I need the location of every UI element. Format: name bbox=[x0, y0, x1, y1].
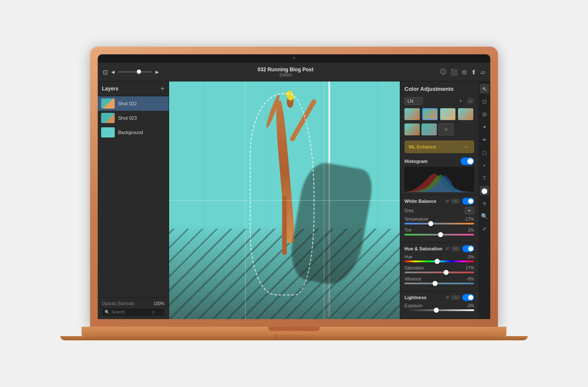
screen: ⊡ ◀ ▶ 032 Running Blog Post Edited ⓘ ⬛ bbox=[98, 63, 490, 319]
lightness-controls: ↺ ML bbox=[445, 294, 474, 301]
ml-enhance-button[interactable]: ML Enhance − bbox=[404, 140, 474, 153]
search-extra-icon: ⊙ bbox=[151, 310, 155, 314]
histogram-toggle[interactable] bbox=[461, 157, 474, 165]
upload-icon[interactable]: ⬆ bbox=[471, 69, 476, 76]
macbook-foot: MacBook Air bbox=[60, 336, 528, 340]
histogram-chart bbox=[404, 167, 474, 192]
toolbar-right: ⓘ ⬛ ⊙ ⬆ ▱ bbox=[400, 68, 485, 76]
tool-effects[interactable]: ✳ bbox=[480, 199, 489, 208]
lightness-ml-badge: ML bbox=[451, 295, 460, 300]
color-adjustments-header: Color Adjustments bbox=[400, 81, 478, 95]
preset-thumb-2[interactable] bbox=[422, 108, 438, 120]
export-icon[interactable]: ⬛ bbox=[450, 69, 458, 76]
lightness-title: Lightness bbox=[404, 295, 427, 300]
toolbar-arrow-right[interactable]: ▶ bbox=[155, 70, 159, 74]
add-preset-button[interactable]: + bbox=[438, 123, 454, 135]
eyedropper-button[interactable]: ✒ bbox=[465, 207, 474, 214]
tool-zoom[interactable]: 🔍 bbox=[480, 211, 489, 221]
toolbar: ⊡ ◀ ▶ 032 Running Blog Post Edited ⓘ ⬛ bbox=[98, 63, 490, 81]
temperature-header: Temperature -17% bbox=[404, 217, 474, 222]
wb-ml-badge: ML bbox=[451, 199, 460, 204]
tool-pen[interactable]: ✒ bbox=[480, 135, 489, 144]
document-title: 032 Running Blog Post bbox=[257, 67, 313, 73]
preset-thumb-4[interactable] bbox=[458, 108, 473, 120]
share-icon[interactable]: ⊙ bbox=[462, 69, 467, 76]
ln-select[interactable]: LN bbox=[404, 97, 423, 105]
preset-thumb-3[interactable] bbox=[440, 108, 455, 120]
saturation-header: Saturation 17% bbox=[404, 266, 474, 270]
vibrance-row: Vibrance -8% bbox=[404, 277, 474, 284]
macbook-notch bbox=[269, 327, 319, 331]
saturation-label: Saturation bbox=[404, 266, 424, 270]
exposure-slider[interactable] bbox=[404, 309, 474, 311]
info-icon[interactable]: ⓘ bbox=[440, 68, 446, 76]
tool-shapes[interactable]: ▪ bbox=[480, 160, 489, 170]
hs-toggle-knob bbox=[468, 246, 473, 251]
lightness-reset-icon[interactable]: ↺ bbox=[445, 295, 449, 300]
grey-label: Grey bbox=[404, 208, 414, 213]
saturation-slider[interactable] bbox=[404, 272, 474, 273]
layer-item-shot023[interactable]: Shot 023 bbox=[98, 111, 169, 125]
zoom-slider[interactable] bbox=[118, 71, 152, 73]
opacity-row: Opacity (Normal) 100% bbox=[102, 301, 164, 306]
ln-minus-button[interactable]: − bbox=[466, 97, 474, 105]
lightness-toggle[interactable] bbox=[462, 294, 474, 301]
view-icon[interactable]: ▱ bbox=[481, 69, 485, 76]
hs-reset-icon[interactable]: ↺ bbox=[445, 246, 449, 252]
tint-label: Tint bbox=[404, 228, 411, 233]
hue-saturation-header: Hue & Saturation ↺ ML bbox=[404, 245, 474, 252]
vibrance-header: Vibrance -8% bbox=[404, 277, 474, 281]
preset-thumb-5[interactable] bbox=[404, 123, 420, 135]
toolbar-arrow-left[interactable]: ◀ bbox=[111, 70, 115, 74]
histogram-header: Histogram bbox=[404, 157, 474, 165]
layers-header: Layers + bbox=[98, 81, 169, 96]
eyedropper-icon: ✒ bbox=[468, 208, 471, 213]
preset-thumb-6[interactable] bbox=[421, 123, 437, 135]
layers-footer: Opacity (Normal) 100% 🔍 ⊙ bbox=[98, 297, 169, 319]
ml-enhance-minus[interactable]: − bbox=[462, 143, 470, 151]
wb-toggle[interactable] bbox=[462, 198, 474, 205]
layer-thumb-bg bbox=[101, 127, 115, 137]
selection-border bbox=[250, 93, 314, 295]
tint-value: 1% bbox=[468, 228, 474, 233]
layer-thumb-shot023 bbox=[101, 113, 115, 123]
bottom-buttons: ⊟ Reset − bbox=[400, 318, 478, 319]
grey-row: Grey ✒ bbox=[404, 207, 474, 214]
hs-toggle[interactable] bbox=[462, 245, 474, 252]
tool-adjustments[interactable]: ⬤ bbox=[480, 186, 489, 195]
exposure-header: Exposure -3% bbox=[404, 303, 474, 308]
saturation-row: Saturation 17% bbox=[404, 266, 474, 273]
search-row: 🔍 ⊙ bbox=[102, 308, 164, 316]
add-layer-button[interactable]: + bbox=[161, 85, 164, 93]
ln-select-wrap: LN ▾ bbox=[404, 97, 464, 105]
preset-thumb-1[interactable] bbox=[404, 108, 420, 120]
layer-item-background[interactable]: Background bbox=[98, 125, 169, 140]
tool-brush[interactable]: ✦ bbox=[480, 122, 489, 132]
exposure-value: -3% bbox=[466, 303, 474, 308]
tint-slider[interactable] bbox=[404, 234, 474, 236]
tool-select[interactable]: ↖ bbox=[480, 84, 489, 93]
layer-name-shot022: Shot 022 bbox=[118, 101, 137, 106]
camera-dot bbox=[293, 57, 295, 59]
tool-text[interactable]: T bbox=[480, 173, 489, 182]
tool-color-picker[interactable]: ✐ bbox=[480, 224, 489, 233]
wb-reset-icon[interactable]: ↺ bbox=[445, 199, 449, 204]
tool-eraser[interactable]: ◻ bbox=[480, 148, 489, 157]
tool-crop[interactable]: ⊞ bbox=[480, 109, 489, 119]
screen-bezel: ⊡ ◀ ▶ 032 Running Blog Post Edited ⓘ ⬛ bbox=[98, 54, 490, 319]
vibrance-slider[interactable] bbox=[404, 283, 474, 284]
canvas-area bbox=[169, 81, 400, 319]
temperature-slider[interactable] bbox=[404, 223, 474, 224]
grid-line-v1 bbox=[245, 81, 246, 319]
search-input[interactable] bbox=[111, 310, 150, 314]
tool-view[interactable]: ⊡ bbox=[480, 97, 489, 106]
saturation-value: 17% bbox=[466, 266, 474, 270]
macbook-brand-label: MacBook Air bbox=[274, 333, 314, 339]
layer-item-shot022[interactable]: Shot 022 bbox=[98, 96, 169, 111]
temperature-value: -17% bbox=[464, 217, 474, 222]
layers-toggle-icon[interactable]: ⊡ bbox=[103, 69, 108, 76]
white-balance-title: White Balance bbox=[404, 199, 436, 204]
ln-row: LN ▾ − bbox=[400, 95, 478, 107]
hue-slider[interactable] bbox=[404, 261, 474, 262]
macbook-lid: ⊡ ◀ ▶ 032 Running Blog Post Edited ⓘ ⬛ bbox=[90, 47, 498, 327]
